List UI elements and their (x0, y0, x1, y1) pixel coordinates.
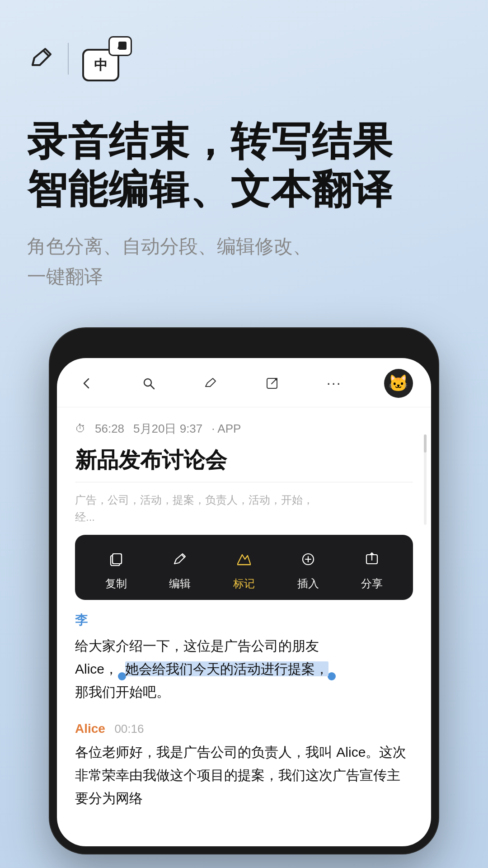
doc-source: · APP (211, 422, 241, 436)
search-icon[interactable] (137, 372, 160, 395)
speaker-alice-name: Alice (75, 722, 105, 736)
doc-duration: 56:28 (95, 422, 124, 436)
hero-subtitle: 角色分离、自动分段、编辑修改、 一键翻译 (27, 231, 461, 292)
scrollbar[interactable] (424, 434, 427, 525)
phone-screen: ··· 🐱 ⏱ 56:28 5月20日 9:37 · APP (57, 358, 431, 846)
translate-icon[interactable]: 中 A (82, 36, 132, 81)
menu-item-insert[interactable]: 插入 (296, 547, 320, 591)
time-icon: ⏱ (75, 422, 86, 435)
doc-header: ⏱ 56:28 5月20日 9:37 · APP (57, 407, 431, 446)
menu-item-mark[interactable]: 标记 (232, 547, 256, 591)
insert-icon (296, 547, 320, 571)
speaker-alice-header: Alice 00:16 (75, 722, 413, 736)
nav-avatar[interactable]: 🐱 (384, 369, 413, 398)
edit-label: 编辑 (169, 576, 191, 591)
mark-label: 标记 (233, 576, 255, 591)
pencil-icon[interactable] (27, 45, 54, 72)
speaker-alice-block: Alice 00:16 各位老师好，我是广告公司的负责人，我叫 Alice。这次… (57, 712, 431, 819)
back-icon[interactable] (75, 372, 99, 395)
mark-icon (232, 547, 256, 571)
share-icon (360, 547, 384, 571)
export-icon[interactable] (260, 372, 284, 395)
doc-tags: 广告，公司，活动，提案，负责人，活动，开始，经... (57, 482, 431, 535)
speaker-alice-text: 各位老师好，我是广告公司的负责人，我叫 Alice。这次非常荣幸由我做这个项目的… (75, 741, 413, 810)
edit-nav-icon[interactable] (199, 372, 222, 395)
phone-container: ··· 🐱 ⏱ 56:28 5月20日 9:37 · APP (0, 328, 488, 854)
insert-label: 插入 (297, 576, 319, 591)
context-menu: 复制 编辑 (75, 535, 413, 600)
hero-section: 录音结束，转写结果 智能编辑、文本翻译 角色分离、自动分段、编辑修改、 一键翻译 (0, 99, 488, 301)
bottom-section: Mic (0, 854, 488, 868)
phone-content: ⏱ 56:28 5月20日 9:37 · APP 新品发布讨论会 广告，公司，活… (57, 407, 431, 819)
doc-title: 新品发布讨论会 (57, 446, 431, 482)
menu-item-edit[interactable]: 编辑 (168, 547, 192, 591)
doc-meta: ⏱ 56:28 5月20日 9:37 · APP (75, 421, 241, 437)
phone-frame: ··· 🐱 ⏱ 56:28 5月20日 9:37 · APP (50, 328, 438, 854)
copy-label: 复制 (105, 576, 127, 591)
phone-notch (194, 335, 294, 353)
share-label: 分享 (361, 576, 383, 591)
doc-date: 5月20日 9:37 (133, 421, 202, 437)
phone-nav: ··· 🐱 (57, 358, 431, 407)
speaker-alice-time: 00:16 (114, 722, 144, 736)
svg-rect-3 (113, 554, 122, 564)
hero-title: 录音结束，转写结果 智能编辑、文本翻译 (27, 118, 461, 213)
speaker-li-text: 给大家介绍一下，这位是广告公司的朋友Alice，她会给我们今天的活动进行提案，那… (75, 634, 413, 703)
menu-item-copy[interactable]: 复制 (104, 547, 128, 591)
copy-icon (104, 547, 128, 571)
speaker-li-name: 李 (75, 612, 413, 629)
more-icon[interactable]: ··· (322, 372, 346, 395)
menu-item-share[interactable]: 分享 (360, 547, 384, 591)
scrollbar-thumb[interactable] (424, 434, 427, 453)
speaker-li-block: 李 给大家介绍一下，这位是广告公司的朋友Alice，她会给我们今天的活动进行提案… (57, 607, 431, 712)
toolbar-divider (68, 43, 69, 75)
top-toolbar: 中 A (0, 0, 488, 99)
edit-icon (168, 547, 192, 571)
